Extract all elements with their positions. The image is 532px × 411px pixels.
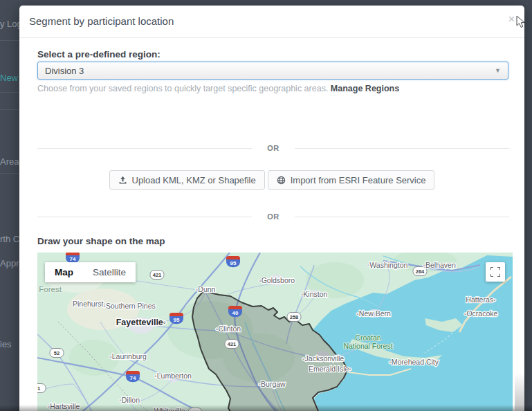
divider-line xyxy=(295,217,509,217)
map-label: ational Forest xyxy=(37,285,62,293)
map-label: Croatan xyxy=(355,334,381,342)
map-label: ◦Hartsville xyxy=(48,402,80,410)
bg-divider xyxy=(0,109,19,110)
upload-button-label: Upload KML, KMZ or Shapefile xyxy=(132,175,256,185)
map-label: ◦Laurinburg xyxy=(109,352,147,360)
us-route-shield-icon: 1 xyxy=(37,384,46,393)
map-label: ◦Belhaven xyxy=(423,261,456,269)
or-divider: OR xyxy=(37,144,509,152)
interstate-shield-icon: 74 xyxy=(126,371,140,382)
manage-regions-link[interactable]: Manage Regions xyxy=(331,84,399,93)
satellite-view-button[interactable]: Satellite xyxy=(83,262,136,282)
us-route-shield-icon: 421 xyxy=(225,340,239,349)
svg-text:52: 52 xyxy=(54,350,59,356)
fullscreen-icon xyxy=(490,267,500,277)
map-label: ◦Dunn xyxy=(196,285,216,293)
map-type-control: Map Satellite xyxy=(45,262,136,282)
region-helper-text: Choose from your saved regions to quickl… xyxy=(37,84,399,93)
map-label: ◦Kinston xyxy=(301,290,328,298)
selected-region-value: Division 3 xyxy=(45,66,495,76)
region-select-label: Select a pre-defined region: xyxy=(37,49,160,60)
modal-title: Segment by participant location xyxy=(29,15,174,27)
map-label: ◦Burgaw xyxy=(258,380,286,388)
map-label: Hatteras◦ xyxy=(466,295,495,304)
interstate-shield-icon: 74 xyxy=(66,253,80,263)
map-label: ◦Lumberton xyxy=(154,372,192,380)
bg-divider xyxy=(0,92,19,93)
modal-header: Segment by participant location × xyxy=(19,6,524,38)
map-label: Whiteville◦ xyxy=(154,407,188,411)
chevron-down-icon: ▼ xyxy=(495,67,501,74)
map-label: ◦New Bern xyxy=(356,309,391,318)
fullscreen-button[interactable] xyxy=(486,262,505,282)
bg-text-fragment: ies xyxy=(0,339,12,349)
svg-text:421: 421 xyxy=(228,341,237,347)
divider-line xyxy=(37,217,252,217)
map-label: ◦Jacksonville xyxy=(302,354,344,363)
interstate-shield-icon: 95 xyxy=(226,256,240,267)
map-label: Fayetteville◦ xyxy=(116,318,167,327)
svg-text:264: 264 xyxy=(416,268,425,275)
draw-map[interactable]: 7495954074209542125826452421741 ational … xyxy=(37,253,513,411)
globe-icon xyxy=(277,176,286,185)
svg-text:74: 74 xyxy=(70,256,76,262)
bg-divider xyxy=(0,173,19,174)
svg-text:74: 74 xyxy=(130,375,136,381)
map-label: ◦Ocracoke xyxy=(464,309,498,318)
modal-body: Select a pre-defined region: Division 3 … xyxy=(19,38,524,411)
or-divider: OR xyxy=(37,212,509,221)
divider-line xyxy=(37,148,252,149)
segment-location-modal: Segment by participant location × Select… xyxy=(19,6,524,411)
svg-text:95: 95 xyxy=(174,317,180,323)
bg-text-fragment: Area xyxy=(0,156,19,167)
us-route-shield-icon: 74 xyxy=(188,408,202,411)
us-route-shield-icon: 258 xyxy=(287,313,301,322)
or-label: OR xyxy=(267,144,279,152)
svg-text:95: 95 xyxy=(230,260,237,266)
draw-shape-label: Draw your shape on the map xyxy=(37,236,165,246)
interstate-shield-icon: 95 xyxy=(169,313,183,324)
interstate-shield-icon: 40 xyxy=(228,306,242,317)
import-button-label: Import from ESRI Feature Service xyxy=(291,175,426,185)
svg-text:40: 40 xyxy=(232,310,239,316)
svg-text:1: 1 xyxy=(37,385,40,392)
map-label: National Forest xyxy=(343,342,392,350)
import-esri-button[interactable]: Import from ESRI Feature Service xyxy=(268,170,435,190)
upload-file-button[interactable]: Upload KML, KMZ or Shapefile xyxy=(109,170,265,190)
map-view-button[interactable]: Map xyxy=(45,262,83,282)
bg-divider xyxy=(0,40,19,41)
svg-text:258: 258 xyxy=(290,314,299,320)
map-label: ◦Clinton xyxy=(216,325,241,333)
close-icon[interactable]: × xyxy=(507,12,516,26)
region-select-dropdown[interactable]: Division 3 ▼ xyxy=(37,62,508,80)
map-label: ◦Goldsboro xyxy=(259,276,295,284)
helper-text: Choose from your saved regions to quickl… xyxy=(37,84,328,93)
svg-text:421: 421 xyxy=(153,272,162,278)
divider-line xyxy=(295,148,509,149)
map-label: Emerald Isle◦ xyxy=(309,365,351,373)
upload-icon xyxy=(118,176,127,185)
map-label: ◦Dillon xyxy=(119,396,140,404)
map-label: ◦Morehead City xyxy=(389,358,439,366)
import-buttons-row: Upload KML, KMZ or Shapefile Import from… xyxy=(19,170,524,190)
us-route-shield-icon: 421 xyxy=(150,271,164,280)
map-label: Pinehurst◦ xyxy=(73,300,106,308)
or-label: OR xyxy=(267,212,279,221)
map-label: ◦Washington xyxy=(367,261,408,269)
map-label: ◦Southern Pines xyxy=(103,302,156,310)
us-route-shield-icon: 52 xyxy=(50,349,64,358)
